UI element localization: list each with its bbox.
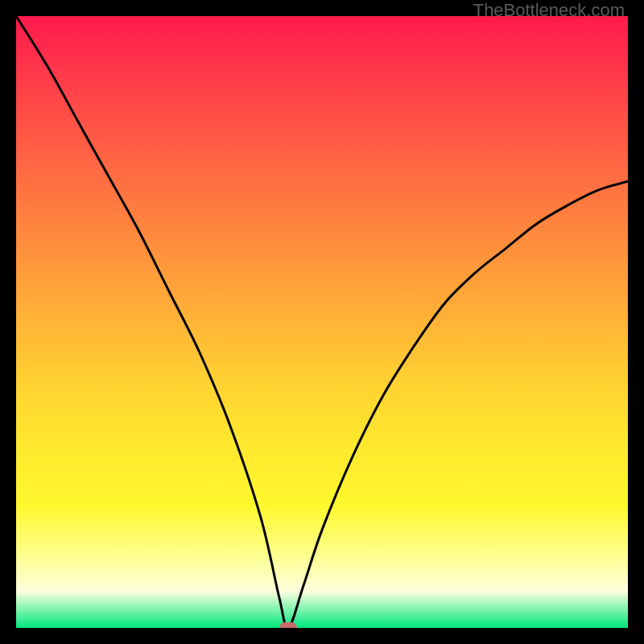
curve-svg	[16, 16, 628, 628]
plot-area	[16, 16, 628, 628]
frame-left	[0, 0, 16, 644]
frame-bottom	[0, 628, 644, 644]
chart-container: TheBottleneck.com	[0, 0, 644, 644]
bottleneck-curve	[16, 16, 628, 628]
optimal-point-marker	[279, 622, 297, 628]
watermark-text: TheBottleneck.com	[473, 0, 625, 21]
frame-right	[628, 0, 644, 644]
